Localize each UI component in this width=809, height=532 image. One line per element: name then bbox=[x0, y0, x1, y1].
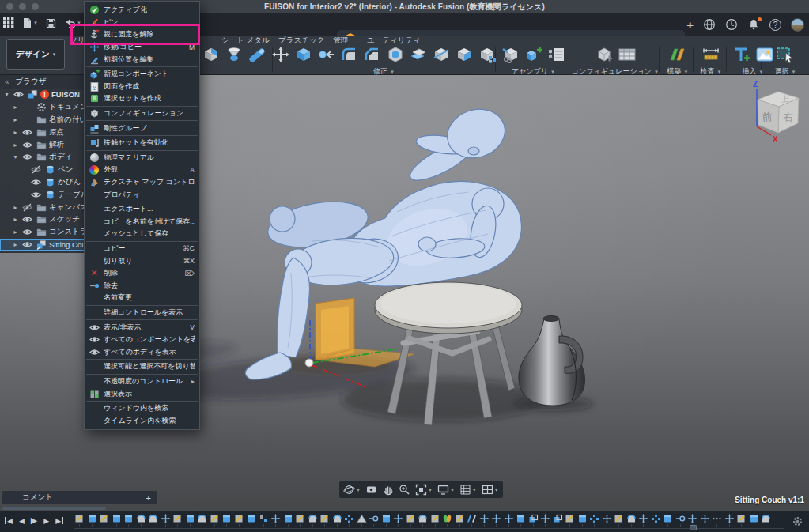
display-settings-icon[interactable]: ▼ bbox=[437, 484, 455, 496]
timeline-feature-extrude[interactable] bbox=[663, 514, 673, 527]
menu-item[interactable]: ウィンドウ内を検索 bbox=[85, 402, 199, 415]
timeline-feature-extrude[interactable] bbox=[283, 514, 293, 527]
timeline-feature-appearance[interactable] bbox=[442, 514, 452, 527]
visibility-eye-icon[interactable] bbox=[21, 214, 33, 224]
menu-item[interactable]: 詳細コントロールを表示 bbox=[85, 307, 199, 319]
visibility-eye-icon[interactable] bbox=[21, 140, 33, 150]
new-component-icon[interactable] bbox=[524, 46, 543, 66]
visibility-eye-icon[interactable] bbox=[30, 177, 42, 187]
timeline-feature-sketch[interactable] bbox=[295, 514, 305, 527]
file-new-icon[interactable]: ▼ bbox=[22, 17, 38, 28]
timeline-feature-fillet[interactable] bbox=[332, 514, 342, 527]
menu-item[interactable]: 接触セットを有効化 bbox=[85, 137, 199, 149]
orbit-icon[interactable]: ▼ bbox=[343, 484, 361, 496]
timeline-feature-move[interactable] bbox=[161, 514, 171, 527]
timeline-feature-link[interactable] bbox=[369, 514, 379, 527]
playback-to-start-button[interactable]: ◀ bbox=[5, 517, 13, 525]
plus-icon[interactable]: + bbox=[686, 18, 694, 32]
visibility-eye-icon[interactable] bbox=[21, 240, 33, 250]
ribbon-tab[interactable]: 管理 bbox=[333, 36, 348, 45]
menu-item[interactable]: テクスチャ マップ コントロール bbox=[85, 176, 199, 189]
menu-item[interactable]: 親に固定を解除 bbox=[85, 28, 199, 41]
timeline-feature-move[interactable] bbox=[638, 514, 648, 527]
menu-item[interactable]: アクティブ化 bbox=[85, 4, 199, 17]
menu-item[interactable]: エクスポート... bbox=[85, 203, 199, 216]
chevron-right-icon[interactable]: ▸ bbox=[12, 129, 19, 136]
presspull-icon[interactable] bbox=[294, 46, 313, 66]
sm-cone-icon[interactable] bbox=[225, 46, 244, 66]
timeline-feature-sketch[interactable] bbox=[172, 514, 183, 527]
insert-text-icon[interactable] bbox=[732, 46, 751, 66]
timeline-scrollbar[interactable] bbox=[2, 507, 106, 510]
add-comment-button[interactable]: + bbox=[146, 493, 151, 503]
split-icon[interactable] bbox=[432, 46, 451, 66]
menu-item[interactable]: タイムライン内を検索 bbox=[85, 414, 199, 427]
timeline-feature-move[interactable] bbox=[602, 514, 612, 527]
move-icon[interactable] bbox=[271, 46, 290, 66]
pan-icon[interactable] bbox=[382, 484, 394, 496]
pattern-cube-icon[interactable] bbox=[478, 46, 497, 66]
menu-item[interactable]: すべてのボディを表示 bbox=[85, 345, 199, 358]
app-grid-icon[interactable] bbox=[3, 17, 14, 28]
menu-item[interactable]: 名前変更 bbox=[85, 292, 199, 304]
toolbar-group-dropdown[interactable]: 検査▼ bbox=[701, 66, 722, 77]
timeline-feature-extrude[interactable] bbox=[221, 514, 232, 527]
menu-item[interactable]: コピー⌘C bbox=[85, 243, 199, 255]
menu-item[interactable]: ピン bbox=[85, 17, 199, 29]
ribbon-tab[interactable]: ユーティリティ bbox=[367, 36, 421, 45]
chevron-down-icon[interactable]: ▾ bbox=[3, 91, 10, 98]
menu-item[interactable]: 選択表示 bbox=[85, 387, 199, 400]
timeline-feature-extrude[interactable] bbox=[112, 514, 122, 527]
timeline-feature-pattern[interactable] bbox=[589, 514, 599, 527]
toolbar-group-dropdown[interactable]: 構築▼ bbox=[667, 66, 689, 77]
menu-item[interactable]: 選択可能と選択不可を切り替え bbox=[85, 360, 199, 373]
timeline-feature-extrude[interactable] bbox=[577, 514, 588, 527]
chevron-right-icon[interactable]: ▸ bbox=[12, 204, 19, 211]
menu-item[interactable]: すべてのコンポーネントを表示 bbox=[85, 334, 199, 346]
menu-item[interactable]: メッシュとして保存 bbox=[85, 228, 199, 240]
timeline-feature-move[interactable] bbox=[270, 514, 281, 527]
timeline-feature-fillet[interactable] bbox=[148, 514, 158, 527]
menu-item[interactable]: 初期位置を編集 bbox=[85, 53, 199, 66]
timeline-feature-move[interactable] bbox=[393, 514, 403, 527]
viewcube-top-label[interactable]: 上 bbox=[780, 94, 789, 104]
avatar-icon[interactable] bbox=[791, 18, 804, 32]
timeline-feature-sketch[interactable] bbox=[455, 514, 465, 527]
timeline-feature-extrude[interactable] bbox=[185, 514, 195, 527]
replace-icon[interactable] bbox=[317, 46, 336, 66]
visibility-eye-icon[interactable] bbox=[21, 127, 33, 138]
look-at-icon[interactable] bbox=[365, 484, 377, 496]
joint-origin-point[interactable] bbox=[305, 359, 313, 367]
timeline-feature-ellipsis[interactable] bbox=[712, 514, 722, 527]
zoom-window-button[interactable] bbox=[32, 3, 39, 10]
fillet-icon[interactable] bbox=[340, 46, 359, 66]
timeline-feature-extrude[interactable] bbox=[87, 514, 97, 527]
zoom-icon[interactable] bbox=[399, 484, 410, 496]
timeline-feature-loft[interactable] bbox=[357, 514, 367, 527]
timeline-feature-extrude[interactable] bbox=[516, 514, 526, 527]
close-window-button[interactable] bbox=[6, 3, 13, 10]
timeline-feature-sketch[interactable] bbox=[319, 514, 330, 527]
viewports-icon[interactable]: ▼ bbox=[482, 484, 499, 496]
timeline-feature-sketch[interactable] bbox=[99, 514, 109, 527]
ribbon-tab[interactable]: プラスチック bbox=[278, 36, 324, 45]
timeline-feature-move[interactable] bbox=[540, 514, 550, 527]
planes-icon[interactable] bbox=[668, 46, 687, 66]
sm-flange-icon[interactable] bbox=[202, 46, 221, 66]
timeline-feature-extrude[interactable] bbox=[246, 514, 256, 527]
minimize-window-button[interactable] bbox=[19, 3, 26, 10]
help-icon[interactable]: ? bbox=[769, 19, 781, 31]
viewcube-front-label[interactable]: 前 bbox=[762, 111, 773, 123]
timeline-feature-sketch[interactable] bbox=[74, 514, 85, 527]
menu-item[interactable]: プロパティ bbox=[85, 188, 199, 201]
visibility-eye-icon[interactable] bbox=[21, 227, 33, 237]
bom-icon[interactable] bbox=[547, 46, 566, 66]
playback-step-back-button[interactable]: ◀ bbox=[19, 517, 25, 525]
timeline-feature-fillet[interactable] bbox=[308, 514, 318, 527]
menu-item[interactable]: 図面を作成 bbox=[85, 81, 199, 93]
config-cube-icon[interactable] bbox=[595, 46, 614, 66]
toolbar-group-dropdown[interactable]: 修正▼ bbox=[373, 66, 395, 77]
recent-clock-icon[interactable] bbox=[725, 18, 738, 31]
chevron-right-icon[interactable]: ▸ bbox=[12, 104, 19, 111]
timeline-feature-sketch[interactable] bbox=[406, 514, 416, 527]
